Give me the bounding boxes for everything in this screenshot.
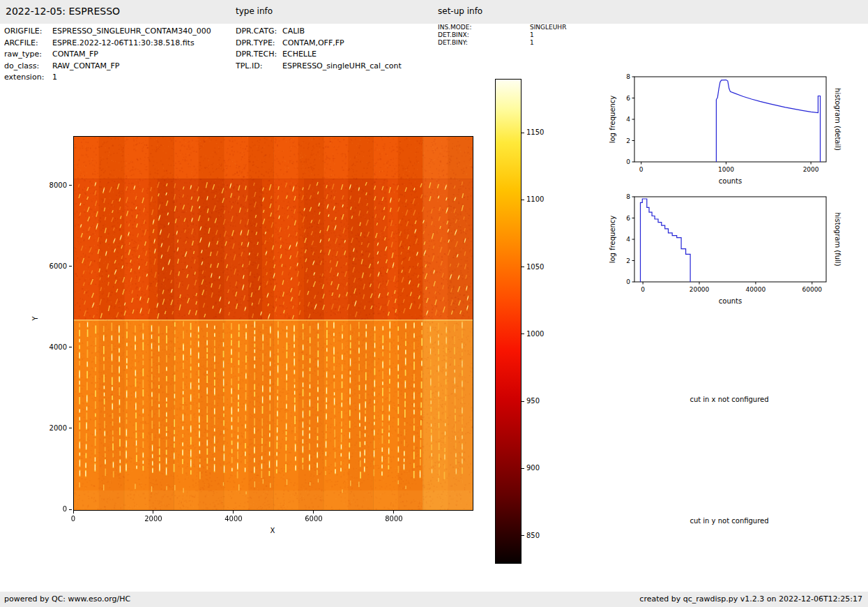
x-tick-label: 20000 (690, 286, 710, 293)
type-info-block: DPR.CATG: CALIB DPR.TYPE: CONTAM,OFF,FP … (236, 26, 436, 72)
tick-mark (233, 511, 234, 514)
y-tick-label: 4 (626, 116, 630, 123)
meta-row-dprcatg: DPR.CATG: CALIB (236, 26, 436, 38)
tick-mark (521, 267, 524, 267)
plot-box (634, 197, 826, 282)
colorbar (495, 79, 521, 564)
footer-right-text: created by qc_rawdisp.py v1.2.3 on 2022-… (639, 592, 862, 607)
tick-mark (69, 185, 72, 186)
y-tick-label: 6 (626, 95, 630, 102)
meta-row-detbinx: DET.BINX: 1 (438, 31, 566, 39)
histogram-side-label: histogram (detail) (834, 88, 842, 151)
meta-value: 1 (52, 72, 57, 84)
meta-row-insmode: INS.MODE: SINGLEUHR (438, 24, 566, 31)
tick-mark (153, 511, 153, 514)
y-tick-label: 8 (626, 193, 630, 200)
meta-label: INS.MODE: (438, 24, 530, 31)
y-tick-label: 2 (626, 257, 630, 264)
header-bar: 2022-12-05: ESPRESSO type info set-up in… (0, 0, 868, 24)
detector-plot-frame (73, 136, 473, 511)
page-title: 2022-12-05: ESPRESSO (6, 0, 120, 23)
meta-row-extension: extension: 1 (4, 72, 234, 84)
meta-row-dprtype: DPR.TYPE: CONTAM,OFF,FP (236, 38, 436, 50)
tick-mark (521, 200, 524, 200)
tick-mark (69, 347, 72, 347)
tick-label: 6000 (40, 262, 67, 271)
meta-value: CONTAM,OFF,FP (282, 38, 344, 50)
meta-value: RAW_CONTAM_FP (52, 61, 119, 73)
meta-label: do_class: (4, 61, 52, 73)
meta-value: 1 (530, 31, 534, 39)
y-tick-label: 8 (626, 73, 630, 80)
histogram-detail-chart: 01000200002468countslog frequencyhistogr… (591, 67, 868, 194)
tick-label: 2000 (40, 424, 67, 433)
y-tick-label: 6 (626, 215, 630, 222)
meta-label: TPL.ID: (236, 61, 282, 73)
histogram-side-label: histogram (full) (834, 212, 842, 266)
meta-value: CALIB (282, 26, 305, 38)
meta-label: extension: (4, 72, 52, 84)
qc-rawdisp-report: 2022-12-05: ESPRESSO type info set-up in… (0, 0, 868, 607)
y-axis-label: Y (31, 316, 39, 320)
colorbar-gradient (496, 80, 521, 563)
meta-row-detbiny: DET.BINY: 1 (438, 39, 566, 47)
footer-left-text: powered by QC: www.eso.org/HC (4, 592, 130, 607)
tick-mark (69, 266, 72, 267)
detector-image (74, 137, 473, 510)
tick-label: 1000 (526, 330, 554, 338)
x-tick-label: 40000 (746, 286, 766, 293)
meta-label: ARCFILE: (4, 38, 52, 50)
cut-x-note: cut in x not configured (660, 396, 799, 403)
tick-label: 1050 (526, 263, 554, 271)
meta-row-rawtype: raw_type: CONTAM_FP (4, 49, 234, 61)
tick-label: 4000 (40, 343, 67, 352)
meta-label: DPR.TECH: (236, 49, 282, 61)
tick-label: 900 (526, 464, 554, 472)
y-axis-label: log frequency (609, 216, 616, 264)
meta-row-arcfile: ARCFILE: ESPRE.2022-12-06T11:30:38.518.f… (4, 38, 234, 50)
meta-label: DET.BINX: (438, 31, 530, 39)
meta-value: CONTAM_FP (52, 49, 98, 61)
meta-label: DET.BINY: (438, 39, 530, 47)
meta-label: raw_type: (4, 49, 52, 61)
setup-info-block: INS.MODE: SINGLEUHR DET.BINX: 1 DET.BINY… (438, 24, 566, 46)
cut-y-note: cut in y not configured (660, 517, 799, 525)
meta-label: DPR.CATG: (236, 26, 282, 38)
tick-label: 6000 (300, 515, 328, 523)
meta-row-doclass: do_class: RAW_CONTAM_FP (4, 61, 234, 73)
tick-label: 950 (526, 397, 554, 405)
tick-label: 4000 (220, 515, 248, 523)
y-tick-label: 0 (626, 278, 630, 285)
tick-mark (313, 511, 314, 514)
y-tick-label: 2 (626, 137, 630, 144)
tick-label: 850 (526, 532, 554, 540)
tick-mark (521, 133, 524, 133)
meta-value: 1 (530, 39, 534, 47)
meta-value: ECHELLE (282, 49, 317, 61)
tick-mark (521, 468, 524, 469)
meta-label: DPR.TYPE: (236, 38, 282, 50)
tick-mark (521, 535, 524, 536)
meta-row-dprtech: DPR.TECH: ECHELLE (236, 49, 436, 61)
meta-label: ORIGFILE: (4, 26, 52, 38)
tick-label: 0 (40, 505, 67, 514)
x-axis-label: counts (719, 297, 742, 305)
tick-label: 1150 (526, 128, 554, 137)
x-tick-label: 2000 (803, 166, 819, 173)
tick-label: 8000 (380, 515, 408, 523)
histogram-full-chart: 020000400006000002468countslog frequency… (591, 187, 868, 314)
tick-label: 1100 (526, 195, 554, 204)
setup-info-heading: set-up info (438, 0, 482, 23)
x-tick-label: 60000 (802, 286, 822, 293)
file-metadata-block: ORIGFILE: ESPRESSO_SINGLEUHR_CONTAM340_0… (4, 26, 234, 84)
y-tick-label: 0 (626, 158, 630, 165)
tick-label: 8000 (40, 181, 67, 190)
x-axis-label: counts (719, 177, 742, 185)
tick-label: 0 (59, 515, 87, 523)
tick-mark (73, 511, 74, 514)
x-tick-label: 0 (639, 166, 644, 173)
meta-value: ESPRE.2022-12-06T11:30:38.518.fits (52, 38, 195, 50)
tick-mark (521, 334, 524, 334)
meta-value: ESPRESSO_singleUHR_cal_cont (282, 61, 402, 73)
tick-mark (69, 509, 72, 510)
